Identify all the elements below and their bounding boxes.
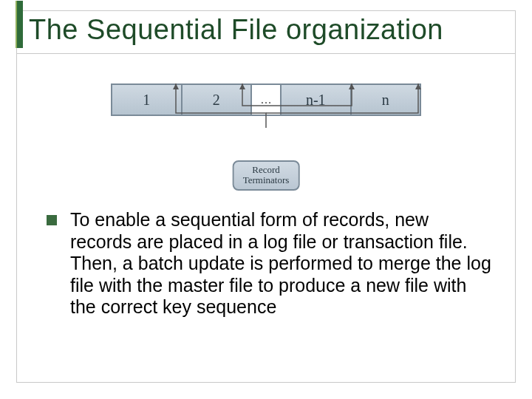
record-terminators-label: Record Terminators bbox=[233, 160, 300, 191]
bullet-item: To enable a sequential form of records, … bbox=[47, 209, 493, 318]
sequential-diagram: 1 2 … n-1 n Record Terminators bbox=[111, 83, 421, 194]
connector-lines bbox=[111, 83, 421, 135]
title-underline bbox=[17, 53, 515, 54]
title-accent-bar bbox=[16, 1, 23, 48]
square-bullet-icon bbox=[47, 215, 57, 225]
body-content: To enable a sequential form of records, … bbox=[17, 194, 515, 318]
title-area: The Sequential File organization bbox=[17, 11, 515, 52]
bullet-text: To enable a sequential form of records, … bbox=[70, 209, 493, 318]
slide-frame: The Sequential File organization 1 2 … n… bbox=[16, 10, 516, 383]
svg-marker-0 bbox=[173, 83, 179, 89]
svg-marker-1 bbox=[239, 83, 245, 89]
slide-title: The Sequential File organization bbox=[29, 14, 506, 46]
svg-marker-3 bbox=[415, 83, 421, 89]
svg-marker-2 bbox=[349, 83, 355, 89]
record-terminators-text: Record Terminators bbox=[243, 164, 290, 185]
